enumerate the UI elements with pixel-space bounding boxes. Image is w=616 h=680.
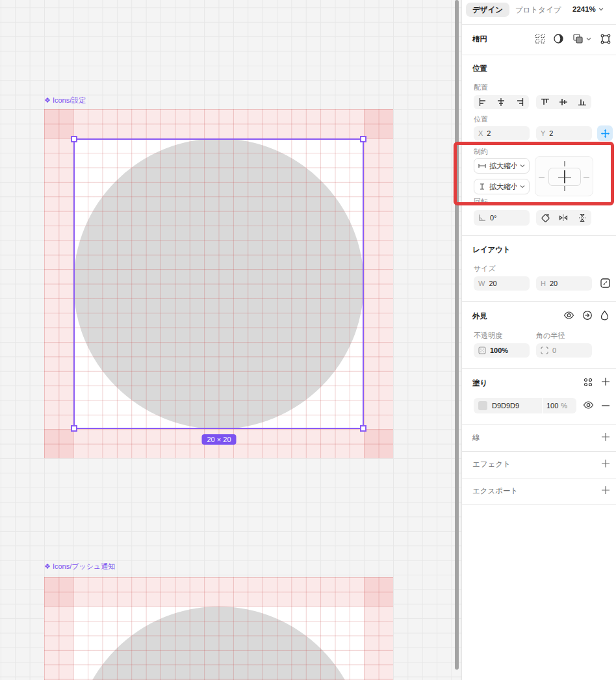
corner-radius-icon bbox=[541, 347, 548, 354]
fill-color-swatch[interactable] bbox=[478, 401, 487, 410]
chevron-down-icon bbox=[586, 37, 591, 41]
opacity-grid-icon bbox=[478, 347, 486, 354]
selected-object-title: 楕円 bbox=[472, 34, 487, 44]
horizontal-constraint-icon bbox=[478, 163, 486, 169]
move-arrows-icon bbox=[600, 129, 610, 138]
y-field-value: 2 bbox=[549, 129, 553, 137]
y-position-input[interactable]: Y 2 bbox=[536, 126, 592, 140]
fill-section-title: 塗り bbox=[472, 378, 487, 388]
horizontal-constraint-dropdown[interactable]: 拡大縮小 bbox=[474, 158, 530, 174]
transform-group bbox=[536, 210, 591, 226]
fill-visibility-eye-icon[interactable] bbox=[583, 400, 594, 410]
angle-icon bbox=[478, 214, 486, 222]
chevron-down-icon bbox=[520, 185, 525, 189]
figma-app: ❖ Icons/設定 20 × 20 ❖ Icons/プッシュ通知 bbox=[0, 0, 616, 680]
flip-vertical-button[interactable] bbox=[573, 210, 591, 226]
add-export-button[interactable] bbox=[601, 486, 610, 495]
tab-design-label: デザイン bbox=[472, 5, 503, 15]
layout-section-title: レイアウト bbox=[472, 245, 511, 255]
zoom-level-value: 2241% bbox=[572, 5, 596, 13]
corner-radius-value: 0 bbox=[552, 347, 556, 354]
align-vertical-group bbox=[536, 95, 591, 109]
use-as-mask-icon[interactable] bbox=[553, 33, 564, 44]
align-vertical-center-button[interactable] bbox=[554, 95, 572, 109]
align-top-button[interactable] bbox=[536, 95, 554, 109]
visibility-eye-icon[interactable] bbox=[563, 311, 574, 320]
selection-handle-top-right[interactable] bbox=[360, 136, 366, 142]
select-matching-layers-icon[interactable] bbox=[535, 33, 546, 44]
horizontal-constraint-value: 拡大縮小 bbox=[489, 161, 517, 171]
corner-radius-input[interactable]: 0 bbox=[536, 343, 592, 358]
x-field-prefix: X bbox=[478, 129, 483, 137]
fill-hex-value: D9D9D9 bbox=[492, 402, 519, 410]
constraints-label: 制約 bbox=[474, 147, 488, 157]
height-prefix: H bbox=[541, 280, 546, 287]
tab-design[interactable]: デザイン bbox=[466, 3, 509, 17]
rotation-label: 回転 bbox=[474, 197, 488, 207]
selection-handle-top-left[interactable] bbox=[71, 136, 77, 142]
x-position-input[interactable]: X 2 bbox=[474, 126, 530, 140]
rotation-input[interactable]: 0° bbox=[474, 210, 530, 226]
component-label-icons-settings[interactable]: ❖ Icons/設定 bbox=[44, 96, 86, 105]
vertical-constraint-dropdown[interactable]: 拡大縮小 bbox=[474, 179, 530, 194]
x-field-value: 2 bbox=[487, 129, 491, 137]
height-input[interactable]: H 20 bbox=[536, 276, 592, 291]
component-label-icons-push-notification[interactable]: ❖ Icons/プッシュ通知 bbox=[44, 562, 115, 571]
opacity-label: 不透明度 bbox=[474, 331, 502, 341]
layout-grid-lines bbox=[44, 577, 393, 680]
align-horizontal-group bbox=[474, 95, 529, 109]
vertical-constraint-value: 拡大縮小 bbox=[489, 182, 517, 192]
rotation-value: 0° bbox=[490, 214, 497, 222]
fill-color-input[interactable]: D9D9D9 bbox=[474, 398, 542, 413]
constraints-widget[interactable] bbox=[535, 156, 593, 196]
add-fill-button[interactable] bbox=[601, 377, 610, 386]
align-left-button[interactable] bbox=[474, 95, 492, 109]
align-label: 配置 bbox=[474, 83, 488, 92]
rotate-90-button[interactable] bbox=[536, 210, 554, 226]
frame-icons-push-notification[interactable] bbox=[44, 577, 393, 680]
blend-mode-icon[interactable] bbox=[582, 310, 593, 320]
chevron-down-icon bbox=[520, 164, 525, 168]
selection-handle-bottom-right[interactable] bbox=[360, 425, 366, 432]
add-effect-button[interactable] bbox=[601, 459, 610, 468]
y-field-prefix: Y bbox=[541, 129, 545, 137]
stroke-section-title: 線 bbox=[472, 433, 480, 443]
fill-percent-sign: % bbox=[561, 402, 567, 410]
align-bottom-button[interactable] bbox=[573, 95, 591, 109]
selection-bounding-box[interactable] bbox=[73, 138, 365, 430]
flip-horizontal-button[interactable] bbox=[554, 210, 572, 226]
remove-fill-button[interactable] bbox=[601, 401, 610, 410]
properties-panel: デザイン プロトタイプ 2241% 楕円 bbox=[461, 0, 616, 680]
zoom-level-dropdown[interactable]: 2241% bbox=[572, 5, 604, 13]
chevron-down-icon bbox=[598, 7, 604, 11]
boolean-operations-dropdown[interactable] bbox=[572, 33, 591, 44]
height-value: 20 bbox=[550, 280, 558, 287]
position-sub-label: 位置 bbox=[474, 114, 488, 124]
align-horizontal-center-button[interactable] bbox=[492, 95, 510, 109]
selection-handle-bottom-left[interactable] bbox=[71, 425, 77, 432]
effects-section-title: エフェクト bbox=[472, 460, 511, 469]
corner-radius-label: 角の半径 bbox=[536, 331, 565, 341]
export-section-title: エクスポート bbox=[472, 486, 518, 496]
blend-droplet-icon[interactable] bbox=[600, 310, 609, 320]
absolute-position-toggle[interactable] bbox=[597, 125, 613, 141]
fill-opacity-input[interactable]: 100 % bbox=[543, 398, 576, 413]
opacity-input[interactable]: 100% bbox=[474, 343, 530, 358]
fill-row: D9D9D9 100 % bbox=[474, 398, 576, 413]
width-input[interactable]: W 20 bbox=[474, 276, 530, 291]
align-right-button[interactable] bbox=[511, 95, 529, 109]
canvas[interactable]: ❖ Icons/設定 20 × 20 ❖ Icons/プッシュ通知 bbox=[0, 0, 461, 680]
edit-object-icon[interactable] bbox=[600, 33, 611, 45]
vertical-constraint-icon bbox=[478, 183, 486, 190]
add-stroke-button[interactable] bbox=[601, 432, 610, 441]
constrain-proportions-toggle[interactable] bbox=[600, 278, 611, 289]
fill-opacity-value: 100 bbox=[546, 402, 558, 410]
size-label: サイズ bbox=[474, 264, 496, 274]
appearance-section-title: 外見 bbox=[472, 311, 487, 321]
position-section-title: 位置 bbox=[472, 64, 487, 73]
width-prefix: W bbox=[478, 280, 485, 287]
tab-prototype[interactable]: プロトタイプ bbox=[509, 3, 568, 17]
canvas-vertical-scrollbar[interactable] bbox=[455, 0, 459, 670]
tab-prototype-label: プロトタイプ bbox=[515, 5, 561, 15]
fill-styles-icon[interactable] bbox=[583, 377, 593, 387]
